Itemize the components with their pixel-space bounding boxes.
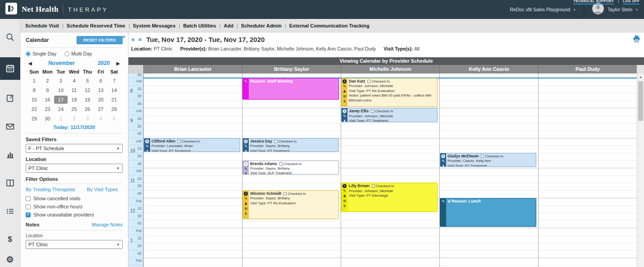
dollar-icon[interactable]: $ xyxy=(343,204,345,208)
vertical-scrollbar[interactable]: ▲ xyxy=(637,74,644,267)
calendar-day[interactable]: 5 xyxy=(107,115,121,123)
calendar-day[interactable]: 20 xyxy=(94,96,108,104)
person-icon[interactable]: ♟ xyxy=(244,149,247,152)
calendar-day[interactable]: 1 xyxy=(54,115,68,123)
calendar-day[interactable]: 3 xyxy=(81,115,94,123)
calendar-day[interactable]: 14 xyxy=(107,86,121,94)
copy-icon[interactable]: ⊞ xyxy=(343,94,346,98)
multi-day-radio[interactable]: Multi Day xyxy=(64,51,92,56)
dollar-icon[interactable]: $ xyxy=(343,99,345,103)
appointment-block[interactable]: i✎♟Janey EllisChecked InProvider: Johnso… xyxy=(341,108,438,122)
reset-filters-button[interactable]: RESET FILTERS xyxy=(77,36,123,44)
calendar-day[interactable]: 27 xyxy=(94,105,108,113)
calendar-day[interactable]: 16 xyxy=(41,96,55,104)
rail-item-billing[interactable]: $ xyxy=(0,230,20,250)
calendar-day[interactable]: 24 xyxy=(54,105,68,113)
info-icon[interactable]: i xyxy=(343,109,347,113)
edit-icon[interactable]: ✎ xyxy=(343,114,346,118)
calendar-day[interactable]: 21 xyxy=(107,96,121,104)
edit-icon[interactable]: ✎ xyxy=(244,167,247,171)
calendar-day[interactable]: 7 xyxy=(107,77,121,85)
copy-icon[interactable]: ⊞ xyxy=(343,199,346,203)
calendar-day[interactable]: 4 xyxy=(94,115,108,123)
scrollbar-thumb[interactable] xyxy=(638,81,643,121)
person-icon[interactable]: ♟ xyxy=(146,149,149,152)
manage-notes-link[interactable]: Manage Notes xyxy=(92,222,123,227)
location-select[interactable]: PT Clinic▼ xyxy=(26,164,123,173)
appointment-block[interactable]: i✎♟⊞$Winston SchmidtChecked InProvider: … xyxy=(242,190,339,219)
calendar-day[interactable]: 1 xyxy=(27,77,41,85)
calendar-day[interactable]: 11 xyxy=(68,86,81,94)
appointment-block[interactable]: i✎♟Clifford AllenChecked InProvider: Lan… xyxy=(144,138,240,152)
appointment-block[interactable]: ✎⊘Reason: Lunch xyxy=(440,198,536,227)
rail-item-settings[interactable]: ⚙ xyxy=(0,249,20,267)
calendar-day[interactable]: 19 xyxy=(81,96,94,104)
rail-item-search[interactable] xyxy=(0,27,20,47)
by-visit-types-link[interactable]: By Visit Types xyxy=(87,187,118,192)
menu-item-scheduler-admin[interactable]: Scheduler Admin xyxy=(238,23,285,28)
user-menu[interactable]: Taylor Stein xyxy=(607,7,632,12)
person-icon[interactable]: ♟ xyxy=(343,194,346,198)
provider-column-header-brittany-saylor[interactable]: Brittany Saylor xyxy=(242,65,341,74)
provider-column-header-paul-dudy[interactable]: Paul Dudy xyxy=(538,65,637,74)
schedule-grid[interactable]: 45AM1530458AM1530459AM15304510AM15304511… xyxy=(128,74,644,267)
calendar-day[interactable]: 25 xyxy=(68,105,81,113)
person-icon[interactable]: ♟ xyxy=(343,89,346,93)
dollar-icon[interactable]: $ xyxy=(245,212,247,216)
checkbox[interactable] xyxy=(26,212,31,217)
menu-item-batch-utilities[interactable]: Batch Utilities xyxy=(180,23,219,28)
provider-column-header-kelly-ann-cascio[interactable]: Kelly Ann Cascio xyxy=(439,65,538,74)
menu-item-schedule-reserved-time[interactable]: Schedule Reserved Time xyxy=(64,23,128,28)
calendar-day[interactable]: 10 xyxy=(54,86,68,94)
next-day-button[interactable]: » xyxy=(138,36,143,43)
next-month-button[interactable]: ▶ xyxy=(116,61,120,66)
checkbox-row-show-cancelled-visits[interactable]: Show cancelled visits xyxy=(26,196,123,201)
rail-item-calendar[interactable] xyxy=(0,57,20,80)
appointment-block[interactable]: i✎♟⊞$Dan KatzChecked InProvider: Johnson… xyxy=(341,78,438,107)
prev-month-button[interactable]: ◀ xyxy=(28,61,32,66)
edit-icon[interactable]: ✎ xyxy=(343,84,346,88)
checked-in-checkbox[interactable] xyxy=(274,140,278,143)
year-label[interactable]: 2020 xyxy=(91,60,116,66)
checked-in-checkbox[interactable] xyxy=(372,184,375,188)
copy-icon[interactable]: ⊞ xyxy=(244,207,247,211)
edit-icon[interactable]: ✎ xyxy=(442,159,445,163)
calendar-day[interactable]: 26 xyxy=(81,105,94,113)
menu-item-add[interactable]: Add xyxy=(221,23,237,28)
info-icon[interactable]: i xyxy=(441,154,445,158)
edit-icon[interactable]: ✎ xyxy=(442,199,445,203)
rail-item-reports[interactable] xyxy=(0,145,20,165)
checkbox[interactable] xyxy=(26,196,31,201)
edit-icon[interactable]: ✎ xyxy=(244,79,247,83)
rail-item-columns[interactable] xyxy=(0,173,20,193)
technical-support-link[interactable]: TECHNICAL SUPPORT xyxy=(573,0,614,5)
calendar-day[interactable]: 17 xyxy=(54,96,68,104)
notes-location-select[interactable]: PT Clinic▼ xyxy=(26,240,123,249)
calendar-day[interactable]: 23 xyxy=(41,105,55,113)
calendar-day[interactable]: 5 xyxy=(81,77,94,85)
prev-day-button[interactable]: « xyxy=(131,36,136,43)
checkbox-row-show-non-office-hours[interactable]: Show non-office hours xyxy=(26,204,123,209)
appointment-block[interactable]: i✎♟⊞$Lilly BrownChecked InProvider: John… xyxy=(341,183,438,212)
person-icon[interactable]: ♟ xyxy=(244,172,247,175)
calendar-day[interactable]: 6 xyxy=(94,77,108,85)
checked-in-checkbox[interactable] xyxy=(178,140,181,143)
checked-in-checkbox[interactable] xyxy=(367,80,370,83)
appointment-block[interactable]: ✎Reason: Staff Meeting xyxy=(242,78,339,100)
calendar-day[interactable]: 30 xyxy=(41,115,55,123)
checkbox-row-show-unavailable-providers[interactable]: Show unavailable providers xyxy=(26,212,123,217)
provider-column-header-brian-lancaster[interactable]: Brian Lancaster xyxy=(143,65,242,74)
checked-in-checkbox[interactable] xyxy=(371,110,374,113)
calendar-day[interactable]: 13 xyxy=(94,86,108,94)
single-day-radio[interactable]: Single Day xyxy=(26,51,56,56)
environment-selector[interactable]: ReDoc xfit Sales Playground xyxy=(510,7,570,12)
person-icon[interactable]: ♟ xyxy=(442,164,445,167)
info-icon[interactable]: i xyxy=(244,162,248,166)
menu-item-schedule-visit[interactable]: Schedule Visit xyxy=(22,23,62,28)
collapse-panel-icon[interactable]: « xyxy=(122,33,125,40)
edit-icon[interactable]: ✎ xyxy=(244,197,247,201)
today-link[interactable]: Today: 11/17/2020 xyxy=(27,124,121,130)
appointment-block[interactable]: i✎♟Jessica DayChecked InProvider: Saylor… xyxy=(242,138,339,152)
saved-filters-select[interactable]: F - PT Schedule▼ xyxy=(26,144,123,153)
person-icon[interactable]: ♟ xyxy=(343,119,346,122)
